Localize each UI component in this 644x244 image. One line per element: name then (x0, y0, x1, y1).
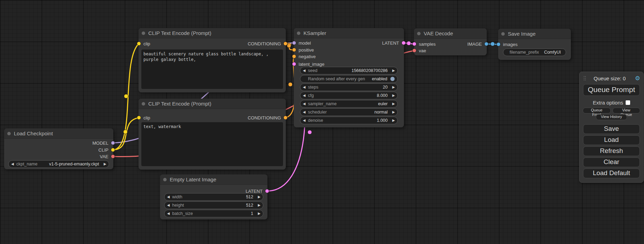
model-port-icon[interactable] (292, 41, 296, 45)
input-slot-vae[interactable]: vae (414, 47, 426, 54)
node-title-bar[interactable]: Save Image (498, 29, 571, 39)
decrement-arrow-icon[interactable]: ◀ (300, 117, 308, 124)
increment-arrow-icon[interactable]: ▶ (255, 210, 263, 217)
node-title-bar[interactable]: CLIP Text Encode (Prompt) (139, 28, 286, 38)
prev-arrow-icon[interactable]: ◀ (9, 160, 16, 168)
save-button[interactable]: Save (583, 124, 640, 134)
output-slot-latent[interactable]: LATENT (382, 40, 404, 46)
node-title-bar[interactable]: KSampler (294, 28, 404, 38)
collapse-dot-icon[interactable] (297, 31, 300, 35)
prev-arrow-icon[interactable]: ◀ (300, 108, 308, 116)
output-slot-conditioning[interactable]: CONDITIONING (248, 40, 286, 47)
output-slot-image[interactable]: IMAGE (467, 41, 487, 47)
next-arrow-icon[interactable]: ▶ (390, 100, 397, 108)
collapse-dot-icon[interactable] (142, 102, 145, 106)
view-queue-button[interactable]: View Queue (612, 108, 641, 114)
output-slot-vae[interactable]: VAE (100, 153, 113, 160)
increment-arrow-icon[interactable]: ▶ (390, 83, 397, 91)
increment-arrow-icon[interactable]: ▶ (255, 193, 263, 201)
decrement-arrow-icon[interactable]: ◀ (300, 67, 308, 74)
collapse-dot-icon[interactable] (417, 32, 421, 35)
random-seed-toggle[interactable]: Random seed after every gen enabled (300, 75, 398, 83)
decrement-arrow-icon[interactable]: ◀ (165, 210, 172, 217)
increment-arrow-icon[interactable]: ▶ (390, 67, 397, 74)
output-slot-clip[interactable]: CLIP (98, 147, 113, 153)
settings-gear-icon[interactable]: ⚙ (635, 75, 640, 81)
input-slot-model[interactable]: model (294, 40, 311, 46)
image-port-icon[interactable] (484, 42, 488, 46)
conditioning-port-icon[interactable] (283, 116, 288, 120)
load-default-button[interactable]: Load Default (583, 169, 640, 178)
collapse-dot-icon[interactable] (142, 31, 145, 35)
next-arrow-icon[interactable]: ▶ (101, 160, 109, 168)
latent-port-icon[interactable] (412, 42, 416, 46)
width-stepper[interactable]: ◀ width 512 ▶ (164, 193, 263, 201)
clip-port-icon[interactable] (111, 148, 115, 152)
input-slot-clip[interactable]: clip (139, 40, 150, 47)
vae-port-icon[interactable] (412, 48, 416, 53)
queue-prompt-button[interactable]: Queue Prompt (583, 84, 640, 96)
increment-arrow-icon[interactable]: ▶ (390, 117, 397, 124)
input-slot-positive[interactable]: positive (294, 47, 314, 53)
increment-arrow-icon[interactable]: ▶ (255, 201, 263, 209)
collapse-dot-icon[interactable] (501, 32, 505, 36)
next-arrow-icon[interactable]: ▶ (390, 108, 397, 116)
seed-stepper[interactable]: ◀ seed 156680208700286 ▶ (300, 67, 398, 74)
input-slot-clip[interactable]: clip (139, 115, 150, 121)
conditioning-port-icon[interactable] (292, 54, 296, 58)
clear-button[interactable]: Clear (583, 157, 640, 167)
node-empty-latent-image[interactable]: Empty Latent Image LATENT ◀ width 512 ▶ … (160, 174, 267, 219)
conditioning-port-icon[interactable] (283, 42, 288, 46)
node-title-bar[interactable]: Empty Latent Image (160, 174, 267, 185)
node-clip-text-encode-negative[interactable]: CLIP Text Encode (Prompt) clip CONDITION… (139, 99, 286, 170)
node-load-checkpoint[interactable]: Load Checkpoint MODEL CLIP VAE ◀ ckpt_na… (4, 128, 113, 169)
sampler-name-combo[interactable]: ◀ sampler_name euler ▶ (300, 100, 398, 108)
extra-options-checkbox[interactable] (626, 100, 630, 105)
batch-size-stepper[interactable]: ◀ batch_size 1 ▶ (164, 210, 263, 217)
increment-arrow-icon[interactable]: ▶ (390, 92, 397, 99)
node-save-image[interactable]: Save Image images filename_prefix ComfyU… (498, 29, 571, 60)
cfg-stepper[interactable]: ◀ cfg 8.000 ▶ (300, 92, 398, 99)
queue-front-button[interactable]: Queue Front (583, 108, 611, 114)
negative-prompt-textarea[interactable]: text, watermark (141, 122, 283, 166)
image-port-icon[interactable] (496, 42, 501, 46)
filename-prefix-field[interactable]: filename_prefix ComfyUI (503, 48, 566, 56)
clip-port-icon[interactable] (137, 116, 141, 120)
node-title-bar[interactable]: VAE Decode (414, 28, 487, 39)
steps-stepper[interactable]: ◀ steps 20 ▶ (300, 83, 398, 91)
toggle-on-icon[interactable] (390, 76, 395, 81)
ckpt-name-combo[interactable]: ◀ ckpt_name v1-5-pruned-emaonly.ckpt ▶ (8, 160, 109, 168)
decrement-arrow-icon[interactable]: ◀ (300, 83, 308, 91)
output-slot-conditioning[interactable]: CONDITIONING (248, 115, 286, 121)
decrement-arrow-icon[interactable]: ◀ (165, 201, 172, 209)
height-stepper[interactable]: ◀ height 512 ▶ (164, 201, 263, 209)
decrement-arrow-icon[interactable]: ◀ (165, 193, 172, 201)
decrement-arrow-icon[interactable]: ◀ (300, 92, 308, 99)
collapse-dot-icon[interactable] (163, 178, 167, 181)
node-graph-canvas[interactable]: CLIP Text Encode (Prompt) clip CONDITION… (0, 0, 644, 244)
node-vae-decode[interactable]: VAE Decode samples vae IMAGE (414, 28, 487, 55)
node-title-bar[interactable]: CLIP Text Encode (Prompt) (139, 99, 286, 109)
prev-arrow-icon[interactable]: ◀ (300, 100, 308, 108)
latent-port-icon[interactable] (402, 41, 406, 45)
input-slot-samples[interactable]: samples (414, 41, 435, 47)
latent-port-icon[interactable] (265, 189, 269, 193)
model-port-icon[interactable] (111, 141, 115, 145)
positive-prompt-textarea[interactable]: beautiful scenery nature glass bottle la… (141, 49, 283, 89)
vae-port-icon[interactable] (111, 154, 115, 159)
view-history-button[interactable]: View History (596, 114, 627, 120)
output-slot-model[interactable]: MODEL (92, 140, 113, 146)
node-title-bar[interactable]: Load Checkpoint (4, 128, 113, 139)
input-slot-negative[interactable]: negative (294, 53, 316, 60)
input-slot-images[interactable]: images (498, 41, 518, 47)
scheduler-combo[interactable]: ◀ scheduler normal ▶ (300, 108, 398, 116)
node-clip-text-encode-positive[interactable]: CLIP Text Encode (Prompt) clip CONDITION… (139, 28, 286, 92)
collapse-dot-icon[interactable] (7, 132, 11, 135)
latent-port-icon[interactable] (292, 62, 296, 66)
denoise-stepper[interactable]: ◀ denoise 1.000 ▶ (300, 117, 398, 124)
clip-port-icon[interactable] (137, 42, 141, 46)
conditioning-port-icon[interactable] (292, 48, 296, 52)
input-slot-latent-image[interactable]: latent_image (294, 61, 324, 67)
node-ksampler[interactable]: KSampler model positive negative latent_… (294, 28, 404, 127)
load-button[interactable]: Load (583, 135, 640, 145)
